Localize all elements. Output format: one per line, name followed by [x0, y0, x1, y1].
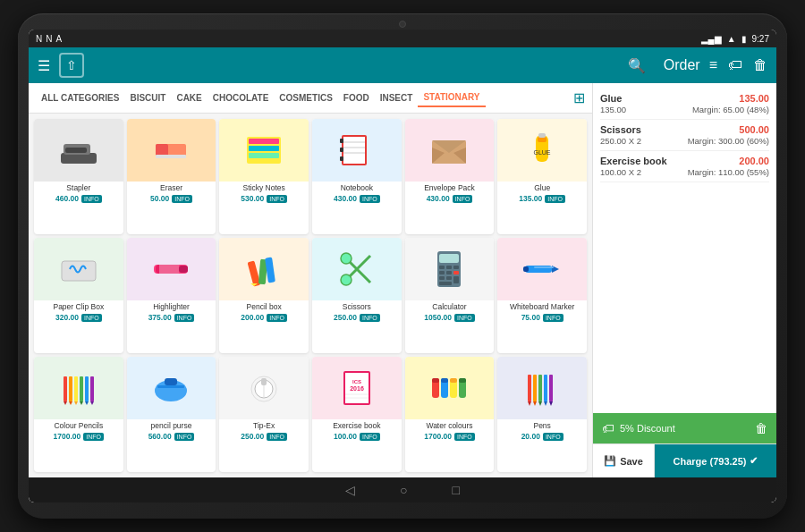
- svg-rect-44: [439, 271, 445, 274]
- highlighter-info-badge[interactable]: INFO: [174, 314, 195, 322]
- svg-rect-88: [528, 375, 531, 401]
- product-envelope[interactable]: Envelope Pack 430.00 INFO: [405, 119, 495, 234]
- svg-rect-85: [441, 378, 448, 383]
- product-exercise-book[interactable]: ICS 2016 Exercise book 100.00 INFO: [312, 357, 402, 472]
- product-highlighter[interactable]: Highlighter 375.00 INFO: [127, 238, 216, 353]
- scissors-name: Scissors: [316, 302, 398, 311]
- cat-food[interactable]: FOOD: [338, 89, 375, 106]
- cat-cake[interactable]: CAKE: [171, 89, 207, 106]
- colour-pencils-info-badge[interactable]: INFO: [83, 433, 104, 441]
- order-item-scissors-name: Scissors: [600, 124, 641, 135]
- tipex-name: Tip-Ex: [223, 421, 305, 430]
- svg-rect-45: [446, 271, 452, 274]
- cat-stationary[interactable]: STATIONARY: [418, 89, 485, 107]
- paperclip-info-badge[interactable]: INFO: [81, 314, 102, 322]
- product-eraser[interactable]: Eraser 50.00 INFO: [127, 119, 216, 234]
- product-sticky-notes[interactable]: Sticky Notes 530.00 INFO: [219, 119, 309, 234]
- top-bar: ☰ ⇧ 🔍 Order ≡ 🏷 🗑: [29, 47, 776, 83]
- order-item-glue[interactable]: Glue 135.00 135.00 Margin: 65.00 (48%): [600, 89, 769, 120]
- order-item-exercise-margin: Margin: 110.00 (55%): [688, 167, 769, 177]
- svg-point-38: [341, 253, 352, 264]
- product-paperclip[interactable]: Paper Clip Box 320.00 INFO: [34, 238, 123, 353]
- product-pencilbox[interactable]: Pencil box 200.00 INFO: [219, 238, 309, 353]
- svg-rect-43: [453, 266, 459, 269]
- svg-rect-2: [65, 148, 87, 153]
- stapler-info-badge[interactable]: INFO: [81, 195, 102, 203]
- sticky-notes-image: [219, 119, 309, 182]
- camera: [399, 21, 406, 28]
- cat-cosmetics[interactable]: COSMETICS: [274, 89, 337, 106]
- product-pencil-purse[interactable]: pencil purse 560.00 INFO: [127, 357, 216, 472]
- product-calculator[interactable]: Calculator 1050.00 INFO: [405, 238, 495, 353]
- svg-marker-63: [74, 401, 78, 405]
- pencilbox-price: 200.00: [241, 313, 264, 322]
- order-tag-icon[interactable]: 🏷: [728, 57, 742, 73]
- signal-icon: ▂▄▆: [701, 34, 722, 44]
- order-items-list: Glue 135.00 135.00 Margin: 65.00 (48%) S…: [593, 83, 776, 413]
- recent-button[interactable]: □: [453, 483, 460, 497]
- exercise-book-info-badge[interactable]: INFO: [360, 433, 380, 441]
- svg-rect-60: [90, 376, 94, 401]
- product-glue[interactable]: GLUE Glue 135.00 INFO: [497, 119, 587, 234]
- save-button[interactable]: 💾 Save: [593, 444, 655, 477]
- cat-biscuit[interactable]: BISCUIT: [124, 89, 171, 106]
- sticky-notes-info-badge[interactable]: INFO: [267, 195, 287, 203]
- svg-rect-72: [261, 378, 267, 385]
- product-marker[interactable]: Whiteboard Marker 75.00 INFO: [497, 238, 587, 353]
- paperclip-price-row: 320.00 INFO: [38, 313, 120, 322]
- tipex-info-badge[interactable]: INFO: [267, 433, 287, 441]
- product-scissors[interactable]: Scissors 250.00 INFO: [312, 238, 402, 353]
- product-notebook[interactable]: Notebook 430.00 INFO: [312, 119, 402, 234]
- product-water-colours[interactable]: Water colours 1700.00 INFO: [405, 357, 495, 472]
- colour-pencils-name: Colour Pencils: [38, 421, 120, 430]
- back-button[interactable]: ◁: [345, 483, 355, 497]
- cat-insect[interactable]: INSECT: [375, 89, 419, 106]
- tipex-svg: [242, 366, 286, 410]
- eraser-price-row: 50.00 INFO: [131, 194, 213, 203]
- water-colours-info-badge[interactable]: INFO: [454, 433, 475, 441]
- save-label: Save: [620, 456, 643, 467]
- calculator-price-row: 1050.00 INFO: [409, 313, 491, 322]
- home-button[interactable]: ○: [400, 483, 407, 497]
- status-icon-a: A: [55, 34, 62, 44]
- pens-info-badge[interactable]: INFO: [543, 433, 564, 441]
- order-item-scissors[interactable]: Scissors 500.00 250.00 X 2 Margin: 300.0…: [600, 120, 769, 151]
- cat-chocolate[interactable]: CHOCOLATE: [208, 89, 275, 106]
- pencilbox-svg: [242, 247, 286, 291]
- product-tipex[interactable]: Tip-Ex 250.00 INFO: [219, 357, 309, 472]
- search-icon-button[interactable]: 🔍: [628, 57, 646, 74]
- pencilbox-info-badge[interactable]: INFO: [267, 314, 287, 322]
- product-stapler[interactable]: Stapler 460.00 INFO: [34, 119, 123, 234]
- main-content: ALL CATEGORIES BISCUIT CAKE CHOCOLATE CO…: [29, 83, 776, 477]
- pencil-purse-info: pencil purse 560.00 INFO: [127, 419, 216, 444]
- glue-info-badge[interactable]: INFO: [545, 195, 565, 203]
- marker-info-badge[interactable]: INFO: [543, 314, 564, 322]
- svg-rect-5: [156, 155, 186, 158]
- order-item-exercise-price: 200.00: [739, 156, 769, 166]
- product-pens[interactable]: Pens 20.00 INFO: [497, 357, 587, 472]
- calculator-name: Calculator: [409, 302, 491, 311]
- order-item-exercise[interactable]: Exercise book 200.00 100.00 X 2 Margin: …: [600, 151, 769, 182]
- notebook-info-badge[interactable]: INFO: [360, 195, 380, 203]
- charge-button[interactable]: Charge (793.25) ✔: [655, 444, 776, 477]
- order-delete-icon[interactable]: 🗑: [753, 57, 767, 73]
- svg-rect-4: [156, 144, 168, 156]
- discount-delete-icon[interactable]: 🗑: [755, 421, 767, 435]
- svg-rect-89: [533, 375, 537, 401]
- svg-rect-59: [85, 376, 89, 401]
- grid-view-icon[interactable]: ⊞: [573, 89, 585, 106]
- pencil-purse-info-badge[interactable]: INFO: [174, 433, 195, 441]
- order-menu-icon[interactable]: ≡: [709, 57, 717, 73]
- envelope-svg: [427, 128, 471, 173]
- home-icon-button[interactable]: ⇧: [59, 53, 84, 78]
- eraser-info-badge[interactable]: INFO: [172, 195, 192, 203]
- scissors-info-badge[interactable]: INFO: [360, 314, 380, 322]
- hamburger-button[interactable]: ☰: [38, 57, 50, 74]
- product-colour-pencils[interactable]: Colour Pencils 1700.00 INFO: [34, 357, 123, 472]
- cat-all-categories[interactable]: ALL CATEGORIES: [36, 89, 124, 106]
- highlighter-info: Highlighter 375.00 INFO: [127, 300, 216, 325]
- pencil-purse-price: 560.00: [148, 432, 172, 441]
- envelope-info-badge[interactable]: INFO: [453, 195, 473, 203]
- calculator-info-badge[interactable]: INFO: [454, 314, 475, 322]
- left-panel: ALL CATEGORIES BISCUIT CAKE CHOCOLATE CO…: [29, 83, 593, 477]
